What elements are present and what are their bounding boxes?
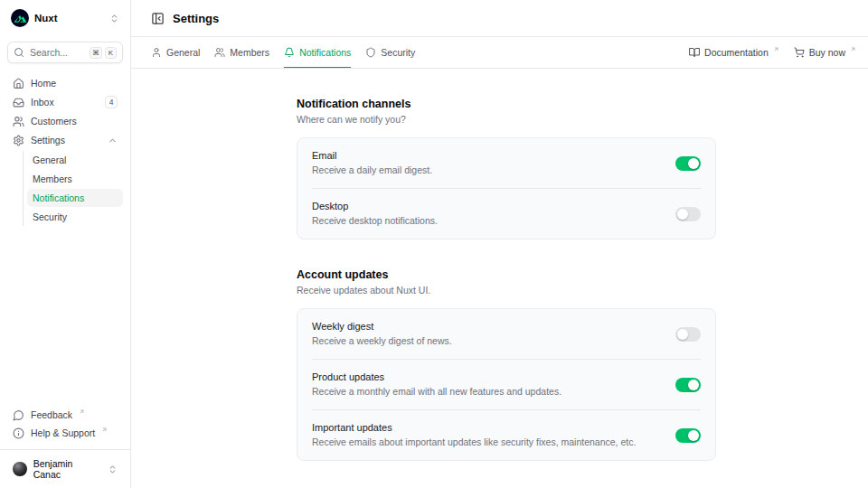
user-icon [151,47,162,58]
team-name: Nuxt [34,13,58,23]
sidebar-item-label: Customers [31,116,77,127]
tab-label: General [166,47,200,58]
weekly-digest-toggle[interactable] [675,327,701,342]
sidebar-item-notifications[interactable]: Notifications [27,189,123,207]
gear-icon [13,135,24,146]
setting-label: Email [312,150,665,162]
important-updates-toggle[interactable] [675,428,701,443]
chevrons-up-down-icon [108,465,118,474]
sidebar-item-security[interactable]: Security [27,208,123,226]
app-window: Nuxt Search... ⌘ K Home Inbox [0,0,868,488]
external-link-icon [850,46,856,52]
tab-security[interactable]: Security [365,37,415,68]
toggle-knob [677,209,688,220]
link-label: Documentation [704,47,769,58]
section-description: Receive updates about Nuxt UI. [297,285,716,296]
inbox-icon [13,97,24,108]
user-menu-button[interactable]: Benjamin Canac [7,456,123,482]
section-notification-channels: Notification channels Where can we notif… [297,98,716,239]
tab-notifications[interactable]: Notifications [284,37,351,68]
setting-row-important-updates: Important updates Receive emails about i… [297,410,715,460]
email-toggle[interactable] [675,156,701,171]
sidebar-item-settings[interactable]: Settings [7,131,123,149]
sidebar-item-label: Settings [31,135,65,145]
documentation-link[interactable]: Documentation [689,47,779,58]
tab-label: Notifications [299,47,351,58]
external-link-icon [79,408,85,415]
toolbar: General Members Notifications Security [131,37,868,69]
inbox-count-badge: 4 [105,96,118,109]
sidebar-divider [0,449,130,450]
info-icon [13,427,24,439]
sidebar-item-inbox[interactable]: Inbox 4 [7,93,123,111]
search-icon [14,47,24,58]
setting-label: Important updates [312,422,665,434]
setting-description: Receive a weekly digest of news. [312,335,665,347]
external-link-icon [773,46,779,52]
setting-label: Product updates [312,371,665,383]
sidebar-nav: Home Inbox 4 Customers Settings Ge [7,74,123,226]
search-shortcut: ⌘ K [90,47,117,59]
sidebar-item-label: Feedback [31,409,72,420]
product-updates-toggle[interactable] [675,378,701,392]
sidebar-subitem-label: Security [33,211,67,222]
sidebar-subitem-label: General [33,155,66,165]
buy-now-link[interactable]: Buy now [794,47,856,58]
toggle-knob [688,430,699,441]
desktop-toggle[interactable] [675,207,701,221]
tab-label: Security [381,47,415,58]
main-panel: Settings General Members Notifications [131,0,868,488]
shield-icon [365,47,376,58]
setting-row-desktop: Desktop Receive desktop notifications. [297,189,715,239]
user-name: Benjamin Canac [33,458,101,480]
setting-label: Desktop [312,201,665,212]
bell-icon [284,47,295,58]
sidebar-item-feedback[interactable]: Feedback [7,406,123,424]
sidebar-item-home[interactable]: Home [7,74,123,92]
page-title: Settings [173,12,219,25]
settings-card: Weekly digest Receive a weekly digest of… [297,308,716,461]
section-account-updates: Account updates Receive updates about Nu… [297,268,716,461]
team-switcher[interactable]: Nuxt [7,7,123,29]
sidebar-item-members[interactable]: Members [27,170,123,188]
settings-subnav: General Members Notifications Security [23,151,123,226]
section-title: Account updates [297,268,716,281]
toggle-knob [677,329,688,340]
sidebar-subitem-label: Notifications [33,192,84,203]
setting-label: Weekly digest [312,321,665,333]
setting-description: Receive desktop notifications. [312,215,665,227]
toggle-knob [688,158,699,169]
message-circle-icon [13,409,24,421]
page-header: Settings [131,0,868,37]
kbd-cmd: ⌘ [90,47,102,59]
sidebar-item-label: Home [31,78,56,89]
sidebar-subitem-label: Members [33,174,72,184]
tab-label: Members [230,47,269,58]
cart-icon [794,47,805,58]
tab-members[interactable]: Members [214,37,269,68]
sidebar-item-general[interactable]: General [27,151,123,169]
sidebar: Nuxt Search... ⌘ K Home Inbox [0,0,131,488]
chevrons-up-down-icon [109,14,119,23]
avatar [13,462,27,476]
setting-description: Receive a daily email digest. [312,164,665,176]
toggle-knob [688,380,699,390]
book-open-icon [689,47,700,58]
link-label: Buy now [809,47,845,58]
sidebar-item-customers[interactable]: Customers [7,112,123,130]
section-description: Where can we notify you? [297,114,716,125]
settings-card: Email Receive a daily email digest. Desk… [297,137,716,239]
chevron-up-icon [108,136,118,145]
header-links: Documentation Buy now [689,47,856,58]
sidebar-item-help-support[interactable]: Help & Support [7,424,123,442]
setting-row-product-updates: Product updates Receive a monthly email … [297,360,715,409]
search-input[interactable]: Search... ⌘ K [7,42,123,63]
tab-general[interactable]: General [151,37,200,68]
external-link-icon [101,427,108,433]
setting-row-weekly-digest: Weekly digest Receive a weekly digest of… [297,309,715,359]
search-placeholder: Search... [30,47,68,58]
nuxt-logo-icon [11,9,29,27]
sidebar-collapse-button[interactable] [151,12,165,25]
content-area: Notification channels Where can we notif… [131,69,868,488]
sidebar-item-label: Help & Support [31,427,95,438]
